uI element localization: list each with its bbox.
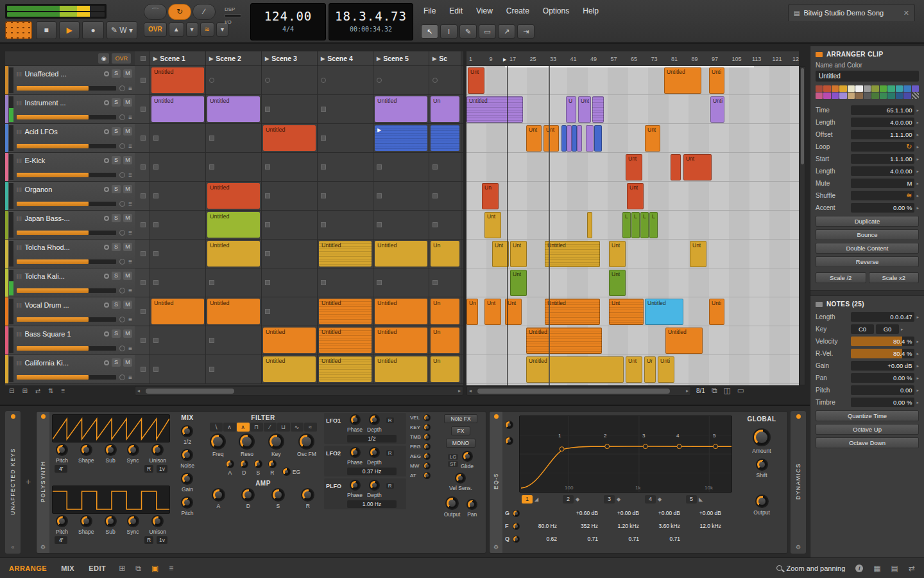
pan-field[interactable]: Pan0.00 %▸	[816, 372, 919, 383]
menu-file[interactable]: File	[424, 6, 436, 15]
crossfade-icon[interactable]: ◉	[98, 53, 110, 64]
sync-knob[interactable]	[127, 515, 139, 527]
clip-stop-button[interactable]	[432, 280, 438, 285]
clip-stop-button[interactable]	[153, 251, 158, 256]
track-header[interactable]: |||OrganonSM≡	[5, 182, 135, 211]
launcher-clip[interactable]: Un	[431, 328, 459, 353]
vel-sens-knob[interactable]	[455, 473, 466, 484]
feg-mod-knob[interactable]	[424, 443, 431, 450]
key-mod-knob[interactable]	[424, 424, 431, 431]
eq-value[interactable]: 0.71	[644, 536, 684, 542]
tempo-display[interactable]: 124.00 4/4	[250, 3, 326, 40]
field-value[interactable]: 1.1.1.00	[851, 154, 914, 164]
arranger-clip[interactable]: Unt	[510, 270, 527, 296]
arranger-hscrollbar[interactable]: ◂ ▸	[466, 386, 691, 396]
eq-q-knob[interactable]	[513, 536, 520, 543]
arranger-clip[interactable]: Un	[466, 299, 478, 325]
clip-stop-button[interactable]	[377, 193, 382, 198]
duplicate-button[interactable]: Duplicate	[816, 216, 919, 227]
1-2-knob[interactable]	[181, 425, 193, 437]
scale-x2-button[interactable]: Scale x2	[869, 272, 920, 283]
launcher-clip[interactable]: Untitled	[263, 356, 316, 382]
eq-band-shape-select[interactable]: ◆	[658, 496, 662, 502]
volume-slider[interactable]	[17, 202, 116, 206]
at-mod-knob[interactable]	[424, 472, 431, 479]
launcher-clip[interactable]: Untitled	[319, 241, 372, 267]
volume-slider[interactable]	[17, 115, 116, 119]
retrigger-button[interactable]: R	[386, 417, 394, 423]
solo-button[interactable]: S	[112, 98, 121, 107]
select-tool[interactable]: ↗	[498, 24, 515, 39]
arranger-clip[interactable]: Unt	[510, 241, 527, 267]
clip-stop-button[interactable]	[265, 251, 270, 256]
clip-record-button[interactable]	[321, 78, 326, 83]
length-field[interactable]: Length4.0.0.00▸	[816, 117, 919, 128]
color-swatch[interactable]	[823, 92, 830, 99]
field-value[interactable]: 4.0.0.00	[851, 166, 914, 176]
launcher-clip[interactable]: Untitled	[207, 183, 260, 209]
solo-button[interactable]: S	[112, 127, 121, 136]
length-field[interactable]: Length4.0.0.00▸	[816, 166, 919, 177]
gear-icon[interactable]: ⚙	[40, 544, 46, 550]
launcher-ovr-button[interactable]: OVR	[112, 53, 131, 64]
unison-knob[interactable]	[151, 515, 164, 527]
color-swatch[interactable]	[823, 85, 830, 92]
sub-knob[interactable]	[105, 515, 117, 527]
color-swatch[interactable]	[839, 92, 846, 99]
arranger-clip[interactable]: Untitled	[664, 67, 701, 94]
launcher-clip[interactable]: Untitled	[151, 67, 204, 93]
octave-up-button[interactable]: Octave Up	[816, 424, 919, 435]
clip-stop-button[interactable]	[432, 193, 438, 198]
track-header[interactable]: |||Acid LFOsSM≡	[5, 124, 135, 153]
arranger-clip[interactable]: U	[566, 96, 576, 123]
color-swatch[interactable]	[855, 92, 862, 99]
pan-knob[interactable]	[119, 201, 125, 207]
view-tab-mix[interactable]: MIX	[61, 565, 74, 572]
swap-icon[interactable]: ⇄	[35, 387, 40, 394]
scroll-thumb[interactable]	[477, 389, 670, 394]
lfo1-rate-value[interactable]: 1/2	[347, 435, 397, 442]
launcher-hscrollbar[interactable]: ◂ ▸	[135, 386, 463, 396]
menu-help[interactable]: Help	[583, 6, 599, 15]
scene-header-2[interactable]: ▶Scene 2	[206, 51, 262, 66]
color-swatch[interactable]	[832, 85, 839, 92]
volume-slider[interactable]	[17, 173, 116, 177]
a-knob[interactable]	[212, 488, 225, 502]
stop-all-icon[interactable]	[141, 56, 146, 61]
launcher-clip[interactable]: Untitled	[207, 241, 260, 267]
solo-button[interactable]: S	[112, 358, 121, 367]
length-field[interactable]: Length0.0.0.47▸	[816, 311, 919, 322]
polysynth-header[interactable]: POLYSYNTH ⚙	[37, 412, 49, 553]
clip-stop-button[interactable]	[265, 164, 270, 170]
info-icon[interactable]: i	[855, 565, 863, 572]
track-menu-icon[interactable]: ≡	[128, 316, 132, 323]
collapse-icon[interactable]: «	[11, 544, 14, 550]
eq-band-button[interactable]: 2	[563, 495, 574, 504]
phase-knob[interactable]	[350, 447, 361, 458]
launcher-clip[interactable]: Untitled	[151, 96, 204, 122]
color-swatch[interactable]	[864, 85, 871, 92]
noise-knob[interactable]	[181, 449, 193, 461]
scroll-right-icon[interactable]: ▸	[458, 388, 461, 394]
eq-value[interactable]: 1.20 kHz	[603, 523, 643, 529]
depth-knob[interactable]	[369, 414, 380, 425]
arranger-clip[interactable]	[561, 125, 567, 152]
record-button[interactable]: ●	[82, 21, 104, 39]
field-value[interactable]: 4.0.0.00	[851, 118, 914, 127]
clip-stop-button[interactable]	[209, 136, 214, 141]
scale-2-button[interactable]: Scale /2	[816, 272, 866, 283]
reso-knob[interactable]	[239, 434, 255, 450]
vel-mod-knob[interactable]	[424, 414, 431, 421]
glide-knob[interactable]	[462, 451, 473, 462]
start-field[interactable]: Start1.1.1.00▸	[816, 153, 919, 164]
freq-knob[interactable]	[210, 434, 226, 450]
color-swatch[interactable]	[912, 85, 919, 92]
launcher-clip[interactable]: Un	[431, 241, 459, 267]
osc2-range-value[interactable]: 4'	[55, 536, 67, 544]
arranger-clip[interactable]: Unt	[627, 183, 644, 209]
a-env-knob[interactable]	[226, 460, 234, 468]
aeg-mod-knob[interactable]	[424, 453, 431, 460]
eq-band-button[interactable]: 5	[686, 495, 697, 504]
note-fx-button[interactable]: Note FX	[444, 414, 477, 423]
arranger-clip[interactable]: Un	[482, 183, 499, 209]
